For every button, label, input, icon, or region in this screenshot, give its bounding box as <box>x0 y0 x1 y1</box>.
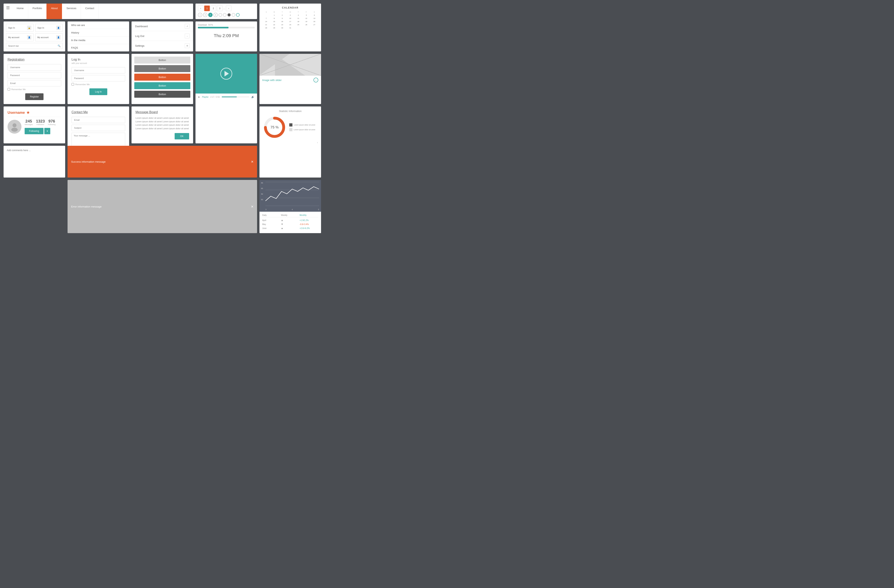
page-3-btn[interactable]: 3 <box>217 6 222 11</box>
message-board-title: Message Board <box>136 110 189 114</box>
radio-5[interactable] <box>236 13 240 17</box>
contact-email-input[interactable] <box>71 117 125 123</box>
nav-tab-portfolio[interactable]: Portfolio <box>28 4 47 19</box>
user-icon: 👤 <box>56 26 60 30</box>
registration-form: Registration Remember Me Register <box>4 54 65 104</box>
video-controls: ▶ Playlist 2:17 / 3:56 🔊 <box>195 93 257 100</box>
following-count: 976 <box>48 119 56 124</box>
comments-textarea[interactable] <box>7 149 62 173</box>
play-button[interactable] <box>220 68 232 80</box>
calendar-day-headers: S M T W T F S <box>262 11 318 13</box>
dropdown-item-in-the-media[interactable]: In the media <box>68 36 129 44</box>
dropdown-item-faqs[interactable]: FAQS <box>68 44 129 51</box>
reg-remember-label: Remember Me <box>11 88 26 90</box>
svg-point-2 <box>12 123 17 127</box>
my-account-button-2[interactable]: My account 👤 <box>35 33 63 41</box>
error-close-icon[interactable]: ✕ <box>251 205 254 208</box>
message-ok-button[interactable]: OK <box>175 133 189 139</box>
svg-point-3 <box>11 128 18 132</box>
step-4[interactable]: 4 <box>213 13 218 17</box>
buttons-panel: Botton Botton Botton Botton Botton <box>131 54 193 104</box>
login-button[interactable]: Log In <box>89 88 107 95</box>
following-label: Following <box>48 124 56 125</box>
nav-tab-home[interactable]: Home <box>12 4 28 19</box>
nav-tab-about[interactable]: About <box>47 4 62 19</box>
graph-area: 86 85 84 83 3 4 5 <box>260 180 321 212</box>
gt-row-april: April ▲ +1.9/1.2% <box>262 219 318 222</box>
sign-in-button[interactable]: Sign In 🔒 <box>6 24 33 32</box>
next-page-btn[interactable]: › <box>226 6 231 11</box>
search-input[interactable] <box>6 43 56 49</box>
april-value: +1.9/1.2% <box>300 219 318 222</box>
panel-settings[interactable]: Settings ⚙ <box>131 41 193 50</box>
vc-volume-icon[interactable]: 🔊 <box>251 95 254 98</box>
play-triangle-icon <box>225 71 229 77</box>
login-password-input[interactable] <box>71 75 125 81</box>
radio-2[interactable] <box>223 13 227 17</box>
contact-message-textarea[interactable] <box>71 133 125 146</box>
settings-icon: ⚙ <box>185 43 190 48</box>
profile-divider <box>8 117 61 117</box>
page-2-btn[interactable]: 2 <box>211 6 216 11</box>
reg-email-input[interactable] <box>8 80 61 86</box>
nav-tab-contact[interactable]: Contact <box>81 4 99 19</box>
panel-dashboard[interactable]: Dashboard ↗ <box>131 21 193 31</box>
my-account-button[interactable]: My account 👤 <box>6 33 33 41</box>
vc-playlist-label: Playlist <box>202 96 208 98</box>
contact-subject-input[interactable] <box>71 125 125 131</box>
button-dark2[interactable]: Botton <box>134 91 190 98</box>
radio-1[interactable] <box>219 13 222 17</box>
gt-april-label: April <box>262 219 281 222</box>
button-teal[interactable]: Botton <box>134 82 190 89</box>
graph-x-labels: 3 4 5 <box>266 208 319 211</box>
gt-may-label: May <box>262 223 281 225</box>
donut-chart: 75 % <box>263 115 287 139</box>
prev-page-btn[interactable]: ‹ <box>198 6 204 11</box>
stat-next-arrow[interactable]: › <box>263 141 318 144</box>
lock-icon: 🔒 <box>27 26 32 30</box>
button-dark[interactable]: Botton <box>134 65 190 72</box>
profile-dropdown-button[interactable]: ▾ <box>44 128 50 134</box>
following-button[interactable]: Following <box>25 128 44 134</box>
sign-in-button-2[interactable]: Sign In 👤 <box>35 24 63 32</box>
image-placeholder <box>260 54 321 76</box>
vc-play-icon[interactable]: ▶ <box>198 95 200 98</box>
register-button[interactable]: Register <box>25 93 44 100</box>
error-notification: Error information message ✕ <box>68 180 257 233</box>
slider-next-arrow[interactable]: › <box>314 78 318 82</box>
page-dots: ... <box>223 7 225 9</box>
panel-logout[interactable]: Log Out → <box>131 31 193 41</box>
radio-4[interactable] <box>232 13 235 17</box>
step-1[interactable]: 1 <box>198 13 202 17</box>
video-area[interactable] <box>195 54 257 93</box>
graph-table: Daily Weekly Monthly April ▲ +1.9/1.2% M… <box>260 212 321 233</box>
april-trend-icon: ▲ <box>281 219 283 222</box>
gt-row-june: June ▲ +2.6/+6.3% <box>262 227 318 229</box>
auth-section: Sign In 🔒 Sign In 👤 My account 👤 My acco… <box>4 21 65 51</box>
dropdown-item-history[interactable]: History <box>68 29 129 36</box>
step-2[interactable]: 2 <box>203 13 207 17</box>
login-remember-checkbox[interactable] <box>71 83 74 86</box>
success-close-icon[interactable]: ✕ <box>251 160 254 164</box>
followers-label: Followers <box>36 124 45 125</box>
legend-box-dark <box>289 123 293 127</box>
reg-username-input[interactable] <box>8 64 61 71</box>
nav-tab-services[interactable]: Services <box>62 4 81 19</box>
vc-progress-bar[interactable] <box>222 96 249 97</box>
radio-3[interactable] <box>227 13 231 17</box>
donut-label: 75 % <box>270 125 279 130</box>
step-3[interactable]: 3 <box>208 13 213 17</box>
reg-remember-checkbox[interactable] <box>8 88 10 90</box>
button-default[interactable]: Botton <box>134 57 190 63</box>
reg-password-input[interactable] <box>8 72 61 78</box>
download-progress-bar <box>198 27 255 29</box>
vc-progress-fill <box>222 96 237 97</box>
pagination-section: ‹ 1 2 3 ... › 1 2 3 4 <box>195 4 257 19</box>
button-orange[interactable]: Botton <box>134 74 190 81</box>
page-1-btn[interactable]: 1 <box>204 6 210 11</box>
search-icon-button[interactable]: 🔍 <box>56 43 63 49</box>
profile-star-icon: ★ <box>26 110 30 115</box>
dropdown-item-who-we-are[interactable]: Who we are <box>68 21 129 29</box>
login-username-input[interactable] <box>71 67 125 74</box>
hamburger-menu[interactable] <box>4 4 12 19</box>
